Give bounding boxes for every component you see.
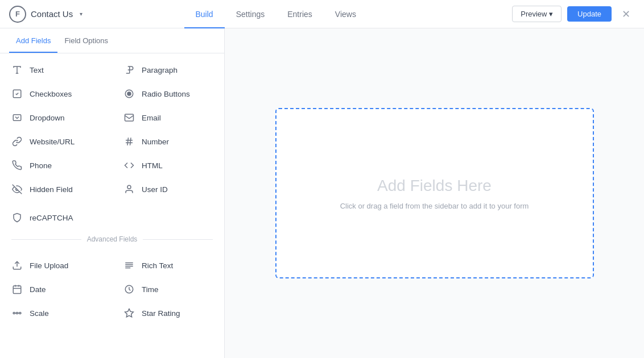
upload-icon — [11, 260, 23, 271]
scale-icon — [11, 307, 23, 319]
tab-field-options[interactable]: Field Options — [57, 28, 115, 53]
nav-entries[interactable]: Entries — [276, 0, 324, 28]
field-checkboxes[interactable]: Checkboxes — [0, 82, 112, 106]
form-canvas: Add Fields Here Click or drag a field fr… — [225, 28, 644, 358]
shield-icon — [11, 212, 23, 223]
checkboxes-icon — [11, 88, 23, 99]
svg-point-22 — [16, 313, 18, 314]
svg-rect-16 — [13, 286, 21, 294]
user-icon — [123, 184, 135, 195]
field-scale-label: Scale — [30, 309, 49, 318]
advanced-fields-grid: File Upload Rich Text Date — [0, 249, 224, 330]
field-email[interactable]: Email — [112, 106, 224, 130]
nav-views[interactable]: Views — [324, 0, 368, 28]
field-dropdown[interactable]: Dropdown — [0, 106, 112, 130]
field-hidden[interactable]: Hidden Field — [0, 177, 112, 201]
clock-icon — [123, 284, 135, 295]
rich-text-icon — [123, 260, 135, 271]
drop-zone-title: Add Fields Here — [377, 177, 492, 195]
svg-point-2 — [127, 92, 131, 95]
advanced-fields-label: Advanced Fields — [87, 235, 138, 243]
field-scale[interactable]: Scale — [0, 301, 112, 325]
text-icon — [11, 64, 23, 76]
field-dropdown-label: Dropdown — [30, 114, 65, 122]
svg-line-7 — [127, 138, 129, 145]
drop-zone[interactable]: Add Fields Here Click or drag a field fr… — [275, 108, 594, 278]
field-recaptcha[interactable]: reCAPTCHA — [0, 206, 112, 230]
field-number-label: Number — [142, 138, 169, 146]
close-button[interactable]: ✕ — [617, 8, 635, 20]
hash-icon — [123, 136, 135, 147]
field-file-upload-label: File Upload — [30, 261, 68, 270]
star-icon — [123, 307, 135, 319]
svg-rect-4 — [125, 114, 134, 121]
field-radio-label: Radio Buttons — [142, 90, 190, 98]
email-icon — [123, 112, 135, 123]
field-time[interactable]: Time — [112, 277, 224, 301]
preview-button[interactable]: Preview ▾ — [512, 6, 562, 22]
eye-off-icon — [11, 184, 23, 195]
update-button[interactable]: Update — [567, 6, 612, 22]
svg-point-10 — [127, 185, 131, 189]
field-star-rating[interactable]: Star Rating — [112, 301, 224, 325]
phone-icon — [11, 160, 23, 171]
field-paragraph[interactable]: Paragraph — [112, 58, 224, 82]
field-time-label: Time — [142, 285, 159, 294]
radio-icon — [123, 88, 135, 99]
code-icon — [123, 160, 135, 171]
nav-build[interactable]: Build — [184, 0, 225, 28]
calendar-icon — [11, 284, 23, 295]
field-star-rating-label: Star Rating — [142, 309, 180, 318]
field-radio-buttons[interactable]: Radio Buttons — [112, 82, 224, 106]
field-website-url[interactable]: Website/URL — [0, 130, 112, 153]
field-recaptcha-label: reCAPTCHA — [30, 214, 73, 222]
field-phone-label: Phone — [30, 161, 52, 170]
tab-add-fields[interactable]: Add Fields — [9, 28, 57, 53]
main-nav: Build Settings Entries Views — [39, 0, 512, 28]
field-text-label: Text — [30, 66, 44, 74]
svg-line-8 — [130, 138, 131, 145]
field-checkboxes-label: Checkboxes — [30, 90, 72, 98]
field-phone[interactable]: Phone — [0, 153, 112, 177]
header: F Contact Us ▾ Build Settings Entries Vi… — [0, 0, 644, 28]
svg-rect-3 — [13, 115, 21, 121]
field-website-url-label: Website/URL — [30, 138, 75, 146]
field-date[interactable]: Date — [0, 277, 112, 301]
field-hidden-label: Hidden Field — [30, 185, 73, 194]
field-html[interactable]: HTML — [112, 153, 224, 177]
field-number[interactable]: Number — [112, 130, 224, 153]
field-date-label: Date — [30, 285, 46, 294]
app-logo: F — [9, 6, 26, 23]
svg-marker-28 — [125, 309, 134, 317]
field-paragraph-label: Paragraph — [142, 66, 177, 74]
sidebar: Add Fields Field Options Text Paragraph — [0, 28, 225, 358]
drop-zone-subtitle: Click or drag a field from the sidebar t… — [340, 202, 529, 210]
field-rich-text[interactable]: Rich Text — [112, 253, 224, 277]
field-user-id[interactable]: User ID — [112, 177, 224, 201]
paragraph-icon — [123, 64, 135, 76]
nav-settings[interactable]: Settings — [225, 0, 276, 28]
field-html-label: HTML — [142, 161, 163, 170]
field-file-upload[interactable]: File Upload — [0, 253, 112, 277]
field-user-id-label: User ID — [142, 185, 168, 194]
field-text[interactable]: Text — [0, 58, 112, 82]
header-actions: Preview ▾ Update ✕ — [512, 6, 635, 22]
field-rich-text-label: Rich Text — [142, 261, 173, 270]
link-icon — [11, 136, 23, 147]
main-content: Add Fields Field Options Text Paragraph — [0, 28, 644, 358]
dropdown-icon — [11, 112, 23, 123]
field-email-label: Email — [142, 114, 161, 122]
sidebar-tabs: Add Fields Field Options — [0, 28, 224, 53]
svg-point-23 — [19, 313, 21, 314]
fields-grid: Text Paragraph Checkboxes — [0, 53, 224, 206]
advanced-fields-divider: Advanced Fields — [0, 230, 224, 249]
